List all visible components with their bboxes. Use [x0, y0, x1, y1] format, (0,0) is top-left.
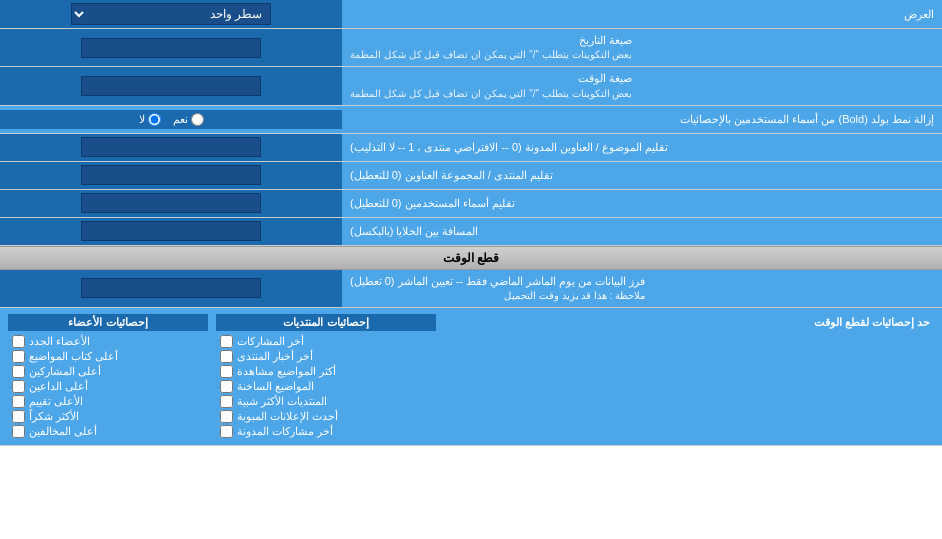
stats-posts-header: إحصائيات المنتديات	[216, 314, 436, 331]
stat-checkbox[interactable]	[12, 425, 25, 438]
date-format-input-cell: d-m	[0, 29, 342, 66]
top-input-cell: سطر واحد سطرين ثلاثة أسطر	[0, 0, 342, 28]
bold-no-label: لا	[139, 113, 161, 126]
time-cut-filter-row: فرز البيانات من يوم الماشر الماضي فقط --…	[0, 270, 942, 308]
stat-checkbox[interactable]	[220, 410, 233, 423]
stat-checkbox[interactable]	[12, 395, 25, 408]
stats-members-col: إحصائيات الأعضاء الأعضاء الجددأعلى كتاب …	[8, 314, 208, 439]
cell-spacing-input-cell: 2	[0, 218, 342, 245]
list-item: أكثر المواضيع مشاهدة	[216, 364, 436, 379]
list-item: الأعلى تقييم	[8, 394, 208, 409]
stats-posts-col: إحصائيات المنتديات أخر المشاركاتأخر أخبا…	[216, 314, 436, 439]
stat-checkbox[interactable]	[12, 380, 25, 393]
stats-limit-col: حد إحصائيات لقطع الوقت	[444, 314, 934, 439]
topics-order-row: تقليم الموضوع / العناوين المدونة (0 -- ا…	[0, 134, 942, 162]
date-format-input[interactable]: d-m	[81, 38, 261, 58]
cell-spacing-label: المسافة بين الخلايا (بالبكسل)	[342, 218, 942, 245]
cell-spacing-row: المسافة بين الخلايا (بالبكسل) 2	[0, 218, 942, 246]
stat-checkbox[interactable]	[220, 395, 233, 408]
display-dropdown[interactable]: سطر واحد سطرين ثلاثة أسطر	[71, 3, 271, 25]
list-item: أعلى كتاب المواضيع	[8, 349, 208, 364]
stat-checkbox[interactable]	[220, 350, 233, 363]
list-item: المواضيع الساخنة	[216, 379, 436, 394]
users-trim-row: تقليم أسماء المستخدمين (0 للتعطيل) 0	[0, 190, 942, 218]
list-item: أعلى المشاركين	[8, 364, 208, 379]
time-format-row: صيغة الوقت بعض التكوينات يتطلب "/" التي …	[0, 67, 942, 105]
stats-limit-label: حد إحصائيات لقطع الوقت	[444, 314, 934, 331]
stat-checkbox[interactable]	[220, 380, 233, 393]
users-trim-input-cell: 0	[0, 190, 342, 217]
forum-trim-input[interactable]: 33	[81, 165, 261, 185]
forum-trim-input-cell: 33	[0, 162, 342, 189]
cell-spacing-input[interactable]: 2	[81, 221, 261, 241]
bold-no-radio[interactable]	[148, 113, 161, 126]
list-item: الأكثر شكراً	[8, 409, 208, 424]
time-format-label: صيغة الوقت بعض التكوينات يتطلب "/" التي …	[342, 67, 942, 104]
list-item: الأعضاء الجدد	[8, 334, 208, 349]
list-item: أخر مشاركات المدونة	[216, 424, 436, 439]
list-item: أخر المشاركات	[216, 334, 436, 349]
topics-order-label: تقليم الموضوع / العناوين المدونة (0 -- ا…	[342, 134, 942, 161]
bold-yes-radio[interactable]	[191, 113, 204, 126]
stat-checkbox[interactable]	[12, 365, 25, 378]
stats-posts-items: أخر المشاركاتأخر أخبار المنتدىأكثر الموا…	[216, 334, 436, 439]
stats-members-header: إحصائيات الأعضاء	[8, 314, 208, 331]
top-label: العرض	[342, 4, 942, 25]
bold-remove-label: إزالة نمط بولد (Bold) من أسماء المستخدمي…	[342, 109, 942, 130]
date-format-label: صيغة التاريخ بعض التكوينات يتطلب "/" الت…	[342, 29, 942, 66]
time-cut-filter-input[interactable]: 0	[81, 278, 261, 298]
topics-order-input[interactable]: 33	[81, 137, 261, 157]
users-trim-input[interactable]: 0	[81, 193, 261, 213]
stat-checkbox[interactable]	[12, 410, 25, 423]
time-cut-section-header: قطع الوقت	[0, 246, 942, 270]
stats-section: حد إحصائيات لقطع الوقت إحصائيات المنتديا…	[0, 308, 942, 446]
list-item: المنتديات الأكثر شبية	[216, 394, 436, 409]
list-item: أعلى المخالفين	[8, 424, 208, 439]
bold-remove-row: إزالة نمط بولد (Bold) من أسماء المستخدمي…	[0, 106, 942, 134]
top-row: العرض سطر واحد سطرين ثلاثة أسطر	[0, 0, 942, 29]
users-trim-label: تقليم أسماء المستخدمين (0 للتعطيل)	[342, 190, 942, 217]
date-format-row: صيغة التاريخ بعض التكوينات يتطلب "/" الت…	[0, 29, 942, 67]
stat-checkbox[interactable]	[12, 350, 25, 363]
time-cut-filter-input-cell: 0	[0, 270, 342, 307]
topics-order-input-cell: 33	[0, 134, 342, 161]
list-item: أخر أخبار المنتدى	[216, 349, 436, 364]
stat-checkbox[interactable]	[220, 425, 233, 438]
time-cut-filter-label: فرز البيانات من يوم الماشر الماضي فقط --…	[342, 270, 942, 307]
stat-checkbox[interactable]	[220, 335, 233, 348]
stat-checkbox[interactable]	[12, 335, 25, 348]
stats-members-items: الأعضاء الجددأعلى كتاب المواضيعأعلى المش…	[8, 334, 208, 439]
time-format-input-cell: H:i	[0, 67, 342, 104]
list-item: أعلى الداعين	[8, 379, 208, 394]
time-format-input[interactable]: H:i	[81, 76, 261, 96]
forum-trim-row: تقليم المنتدى / المجموعة العناوين (0 للت…	[0, 162, 942, 190]
bold-remove-options: نعم لا	[0, 110, 342, 129]
list-item: أحدث الإعلانات المبوبة	[216, 409, 436, 424]
forum-trim-label: تقليم المنتدى / المجموعة العناوين (0 للت…	[342, 162, 942, 189]
bold-yes-label: نعم	[173, 113, 204, 126]
stat-checkbox[interactable]	[220, 365, 233, 378]
